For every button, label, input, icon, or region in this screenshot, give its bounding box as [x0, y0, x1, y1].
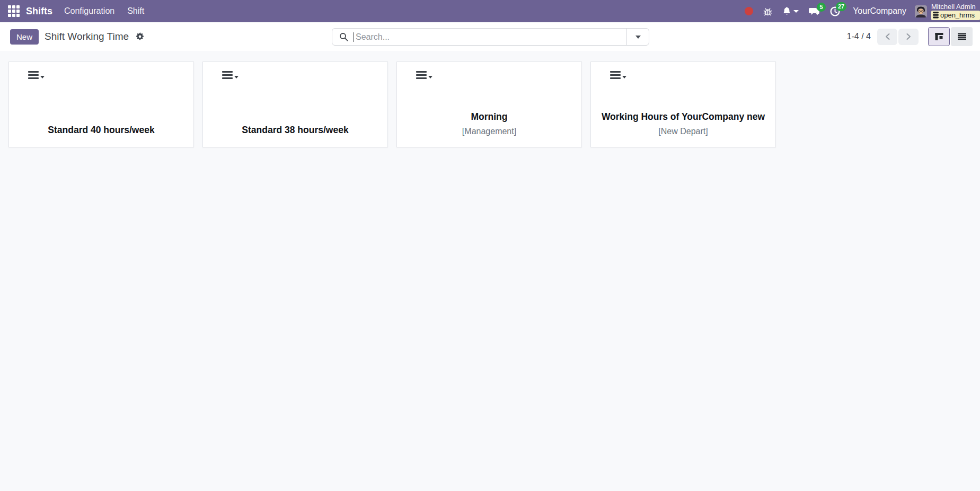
database-name: open_hrms: [940, 11, 975, 20]
card-subtitle: [New Depart]: [658, 127, 708, 136]
control-panel: New Shift Working Time 1-4 / 4: [0, 22, 980, 51]
kanban-card[interactable]: Morning [Management]: [396, 62, 582, 147]
bug-icon[interactable]: [763, 6, 773, 16]
search-main[interactable]: [332, 29, 626, 45]
chevron-down-icon: [635, 36, 641, 39]
search-box: [332, 28, 649, 46]
card-title: Standard 38 hours/week: [242, 125, 348, 136]
menu-shift[interactable]: Shift: [121, 6, 151, 16]
bell-icon[interactable]: [782, 6, 799, 16]
search-filters-toggle[interactable]: [626, 29, 649, 45]
card-menu-hamburger-icon[interactable]: [28, 71, 45, 79]
list-view-button[interactable]: [951, 27, 973, 46]
card-menu-hamburger-icon[interactable]: [610, 71, 626, 79]
activities-count-badge: 27: [836, 2, 846, 11]
view-switcher: [928, 27, 973, 46]
gear-icon[interactable]: [136, 32, 144, 41]
pager-previous-button[interactable]: [877, 29, 897, 45]
chevron-left-icon: [885, 33, 890, 40]
breadcrumb: New Shift Working Time: [0, 29, 144, 45]
messages-count-badge: 5: [817, 3, 826, 12]
activity-clock-icon[interactable]: 27: [829, 6, 841, 17]
page-title: Shift Working Time: [45, 31, 129, 42]
pager-next-button[interactable]: [898, 29, 919, 45]
text-caret: [354, 32, 354, 42]
menu-configuration[interactable]: Configuration: [58, 6, 121, 16]
database-icon: [933, 12, 939, 19]
company-switcher[interactable]: YourCompany: [853, 6, 906, 16]
list-view-icon: [958, 33, 966, 40]
new-button[interactable]: New: [10, 29, 39, 45]
search-input[interactable]: [355, 29, 626, 45]
card-title: Working Hours of YourCompany new: [602, 111, 765, 123]
card-title: Standard 40 hours/week: [48, 125, 154, 136]
card-title: Morning: [471, 111, 507, 123]
record-dot-icon[interactable]: [745, 7, 753, 15]
pager-value[interactable]: 1-4 / 4: [847, 32, 871, 41]
kanban-view-icon: [935, 32, 943, 41]
chevron-down-icon: [793, 10, 799, 13]
kanban-view: Standard 40 hours/week Standard 38 hours…: [0, 51, 980, 491]
user-name: Mitchell Admin: [931, 3, 976, 11]
app-brand[interactable]: Shifts: [26, 6, 52, 17]
top-navbar: Shifts Configuration Shift: [0, 0, 980, 22]
kanban-card[interactable]: Standard 38 hours/week: [202, 62, 388, 147]
card-menu-hamburger-icon[interactable]: [416, 71, 432, 79]
database-badge: open_hrms: [931, 11, 980, 20]
user-menu[interactable]: Mitchell Admin open_hrms: [931, 0, 980, 22]
kanban-card[interactable]: Standard 40 hours/week: [8, 62, 194, 147]
avatar[interactable]: [915, 5, 927, 17]
card-menu-hamburger-icon[interactable]: [222, 71, 239, 79]
magnifier-icon: [339, 32, 348, 41]
card-subtitle: [Management]: [462, 127, 516, 136]
kanban-view-button[interactable]: [928, 27, 950, 46]
chevron-right-icon: [906, 33, 912, 40]
systray: 5 27 YourCompany Mitchell Admin: [740, 0, 980, 22]
apps-grid-icon[interactable]: [7, 5, 20, 17]
speech-bubbles-icon[interactable]: 5: [808, 6, 820, 16]
kanban-card[interactable]: Working Hours of YourCompany new [New De…: [590, 62, 776, 147]
